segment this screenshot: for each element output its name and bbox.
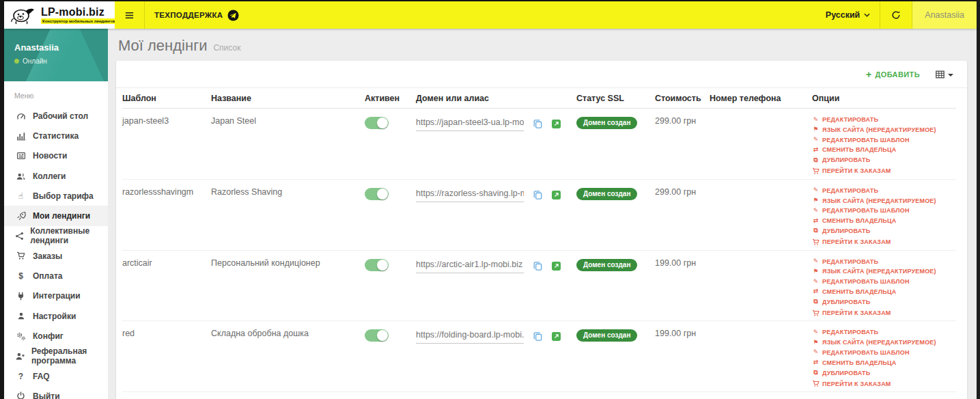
option-label: РЕДАКТИРОВАТЬ ШАБЛОН [822,207,910,214]
sidebar-item-rocket[interactable]: Мои лендинги [4,206,108,225]
sidebar-item-question[interactable]: ? FAQ [4,366,108,386]
price: 299.00 грн [655,116,696,126]
logo-title: LP-mobi.biz [41,6,117,18]
option-label: РЕДАКТИРОВАТЬ [822,329,878,335]
copy-icon[interactable] [533,119,543,131]
external-link-icon[interactable] [552,262,561,273]
active-toggle[interactable] [365,329,389,342]
sidebar-item-user[interactable]: Настройки [4,306,108,326]
options-list: ✎РЕДАКТИРОВАТЬ⚑ЯЗЫК САЙТА (НЕРЕДАКТИРУЕМ… [812,187,956,250]
domain-input[interactable] [416,187,524,202]
copy-icon[interactable] [533,331,543,344]
sidebar-item-hand-pointer[interactable]: ☝ Выбор тарифа [4,186,108,206]
table-row: arcticair Персональний кондиціонер Домен… [122,250,956,321]
sidebar-item-cogs[interactable]: Конфиг [4,326,108,346]
sidebar-item-news[interactable]: Новости [4,146,108,166]
landing-name: Razorless Shaving [211,187,282,197]
sidebar-item-plug[interactable]: Интеграции [4,286,108,306]
sidebar-item-label: Выйти [33,391,60,399]
option-link-duplicate[interactable]: ⧉ДУБЛИРОВАТЬ [812,156,956,163]
sidebar-item-dashboard[interactable]: Рабочий стол [4,106,108,126]
external-link-icon[interactable] [552,332,561,343]
sidebar-item-power[interactable]: Выйти [4,386,108,399]
option-link-edit[interactable]: ✎РЕДАКТИРОВАТЬ ШАБЛОН [812,278,956,285]
sidebar-item-label: Настройки [33,312,76,321]
option-link-edit[interactable]: ✎РЕДАКТИРОВАТЬ ШАБЛОН [812,349,956,356]
option-link-cart[interactable]: ПЕРЕЙТИ К ЗАКАЗАМ [812,238,956,247]
sidebar-item-user-plus[interactable]: Реферальная программа [4,346,108,366]
grid-icon [935,70,945,79]
support-button[interactable]: ТЕХПОДДЕРЖКА [145,1,249,29]
option-link-duplicate[interactable]: ⧉ДУБЛИРОВАТЬ [812,228,956,234]
language-dropdown[interactable]: Русский [816,1,880,29]
option-label: ДУБЛИРОВАТЬ [822,370,870,376]
option-link-edit[interactable]: ✎РЕДАКТИРОВАТЬ [812,258,956,265]
option-link-edit[interactable]: ✎РЕДАКТИРОВАТЬ [812,187,956,194]
domain-input[interactable] [416,258,524,273]
option-link-cart[interactable]: ПЕРЕЙТИ К ЗАКАЗАМ [812,309,956,318]
table-row: japan-steel3 Japan Steel Домен создан 29… [122,109,956,180]
domain-input[interactable] [416,116,524,131]
option-label: ДУБЛИРОВАТЬ [822,228,870,234]
option-link-edit[interactable]: ✎РЕДАКТИРОВАТЬ ШАБЛОН [812,137,956,143]
sidebar-item-label: Конфиг [33,331,64,341]
top-bar-right: Русский Anastasiia [816,1,977,29]
option-link-exchange[interactable]: ⇄СМЕНИТЬ ВЛАДЕЛЬЦА [812,288,956,295]
active-toggle[interactable] [365,188,389,200]
logo: LP-mobi.biz Конструктор мобильных лендин… [4,1,115,29]
toggle-knob [377,330,388,341]
edit-icon: ✎ [812,258,820,264]
news-icon [15,151,27,161]
sidebar-item-label: Коллективные лендинги [30,226,108,245]
option-link-edit[interactable]: ✎РЕДАКТИРОВАТЬ [812,116,956,123]
option-label: ЯЗЫК САЙТА (НЕРЕДАКТИРУЕМОЕ) [822,339,936,346]
option-link-flag[interactable]: ⚑ЯЗЫК САЙТА (НЕРЕДАКТИРУЕМОЕ) [812,339,956,346]
sidebar: Anastasiia Онлайн Меню Рабочий стол Стат… [4,29,108,399]
column-header: Название [211,88,365,109]
domain-input[interactable] [416,329,524,344]
menu-toggle-button[interactable] [115,1,144,29]
option-label: РЕДАКТИРОВАТЬ ШАБЛОН [822,278,910,285]
view-toggle-button[interactable] [935,70,953,79]
sidebar-item-cart[interactable]: Заказы [4,246,108,266]
option-link-flag[interactable]: ⚑ЯЗЫК САЙТА (НЕРЕДАКТИРУЕМОЕ) [812,197,956,204]
option-link-cart[interactable]: ПЕРЕЙТИ К ЗАКАЗАМ [812,167,956,176]
option-link-flag[interactable]: ⚑ЯЗЫК САЙТА (НЕРЕДАКТИРУЕМОЕ) [812,126,956,133]
option-link-exchange[interactable]: ⇄СМЕНИТЬ ВЛАДЕЛЬЦА [812,217,956,224]
option-link-exchange[interactable]: ⇄СМЕНИТЬ ВЛАДЕЛЬЦА [812,146,956,153]
external-link-icon[interactable] [552,191,561,202]
option-link-edit[interactable]: ✎РЕДАКТИРОВАТЬ [812,329,956,335]
sidebar-item-dollar[interactable]: $ Оплата [4,266,108,286]
telegram-icon [227,10,239,21]
option-label: ЯЗЫК САЙТА (НЕРЕДАКТИРУЕМОЕ) [822,268,936,275]
sidebar-item-share[interactable]: Коллективные лендинги [4,226,108,246]
copy-icon[interactable] [533,261,543,273]
copy-icon[interactable] [533,190,543,202]
table-row: razorlessshavingm Razorless Shaving Доме… [122,179,956,250]
sidebar-item-label: Заказы [33,251,62,261]
sidebar-item-label: Статистика [33,131,79,141]
sidebar-item-label: Интеграции [33,291,81,301]
dashboard-icon [15,111,27,121]
active-toggle[interactable] [365,259,389,271]
option-link-edit[interactable]: ✎РЕДАКТИРОВАТЬ ШАБЛОН [812,207,956,214]
option-link-exchange[interactable]: ⇄СМЕНИТЬ ВЛАДЕЛЬЦА [812,359,956,366]
refresh-button[interactable] [880,1,912,29]
top-bar-yellow: ТЕХПОДДЕРЖКА Русский Anastasiia [115,1,977,29]
option-link-duplicate[interactable]: ⧉ДУБЛИРОВАТЬ [812,299,956,305]
page-subtitle: Список [213,43,240,53]
external-link-icon[interactable] [552,120,561,130]
sidebar-user-name: Anastasiia [14,42,108,53]
option-label: РЕДАКТИРОВАТЬ [822,187,878,194]
option-link-duplicate[interactable]: ⧉ДУБЛИРОВАТЬ [812,370,956,376]
column-header: Номер телефона [710,88,812,109]
price: 299.00 грн [655,187,696,197]
edit-icon: ✎ [812,208,820,214]
account-button[interactable]: Anastasiia [912,1,977,29]
sidebar-item-users[interactable]: Коллеги [4,166,108,186]
option-link-cart[interactable]: ПЕРЕЙТИ К ЗАКАЗАМ [812,379,956,388]
add-button[interactable]: + ДОБАВИТЬ [866,70,920,79]
active-toggle[interactable] [365,117,389,129]
option-link-flag[interactable]: ⚑ЯЗЫК САЙТА (НЕРЕДАКТИРУЕМОЕ) [812,268,956,275]
sidebar-item-stats[interactable]: Статистика [4,126,108,146]
